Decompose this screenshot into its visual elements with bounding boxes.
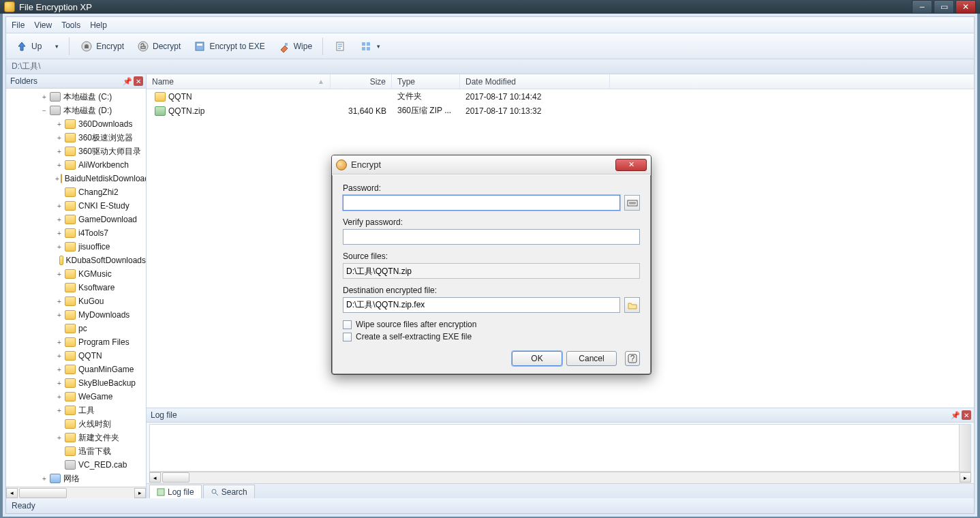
up-button[interactable]: Up (10, 36, 46, 57)
tree-item[interactable]: +KuGou (6, 294, 146, 308)
tree-item[interactable]: +MyDownloads (6, 308, 146, 322)
encrypt-exe-button[interactable]: Encrypt to EXE (188, 36, 269, 57)
expand-icon[interactable]: + (55, 407, 63, 414)
tree-item[interactable]: +jisuoffice (6, 240, 146, 254)
tree-item[interactable]: +本地磁盘 (C:) (6, 90, 146, 104)
tree-item[interactable]: +KGMusic (6, 267, 146, 281)
expand-icon[interactable]: + (40, 93, 48, 101)
tree-item[interactable]: pc (6, 322, 146, 335)
menu-tools[interactable]: Tools (61, 20, 80, 30)
expand-icon[interactable]: + (55, 175, 59, 183)
expand-icon[interactable]: + (55, 121, 63, 128)
tree-item[interactable]: ChangZhi2 (6, 185, 146, 199)
up-dropdown[interactable]: ▾ (49, 40, 63, 53)
menu-file[interactable]: File (12, 20, 25, 30)
scroll-right-button[interactable]: ▸ (960, 472, 971, 483)
tree-item[interactable]: 火线时刻 (6, 417, 146, 431)
pin-icon[interactable]: 📌 (951, 411, 960, 420)
help-button[interactable]: ? (625, 351, 640, 366)
expand-icon[interactable]: + (55, 134, 63, 142)
exe-checkbox[interactable] (343, 333, 352, 341)
folder-tree[interactable]: +本地磁盘 (C:)−本地磁盘 (D:)+360Downloads+360极速浏… (6, 89, 146, 487)
expand-icon[interactable]: + (55, 434, 63, 442)
browse-button[interactable] (624, 297, 640, 313)
maximize-button[interactable]: ▭ (934, 0, 954, 14)
expand-icon[interactable]: + (55, 366, 63, 374)
dialog-titlebar[interactable]: Encrypt ✕ (332, 155, 651, 174)
tree-item[interactable]: KDubaSoftDownloads (6, 254, 146, 267)
tree-item[interactable]: +新建文件夹 (6, 431, 146, 444)
tree-item[interactable]: Ksoftware (6, 281, 146, 294)
scroll-right-button[interactable]: ▸ (134, 488, 146, 498)
wipe-button[interactable]: Wipe (273, 36, 317, 57)
expand-icon[interactable]: + (55, 148, 63, 155)
pin-icon[interactable]: 📌 (123, 77, 132, 86)
col-date[interactable]: Date Modified (460, 74, 610, 89)
log-vscroll[interactable] (959, 425, 970, 471)
tree-item[interactable]: VC_RED.cab (6, 458, 146, 472)
tree-item[interactable]: +工具 (6, 403, 146, 417)
minimize-button[interactable]: – (912, 0, 932, 14)
expand-icon[interactable]: + (40, 475, 48, 483)
tree-item[interactable]: +网络 (6, 472, 146, 485)
tree-item[interactable]: +360Downloads (6, 117, 146, 131)
tree-item[interactable]: +BaiduNetdiskDownload (6, 172, 146, 185)
expand-icon[interactable]: − (40, 107, 48, 115)
col-size[interactable]: Size (331, 74, 392, 89)
tab-search[interactable]: Search (203, 485, 255, 498)
file-row[interactable]: QQTN.zip31,640 KB360压缩 ZIP ...2017-08-17… (147, 104, 974, 118)
expand-icon[interactable]: + (55, 271, 63, 278)
col-name[interactable]: Name▲ (147, 74, 331, 89)
view-button[interactable]: ▾ (354, 36, 385, 57)
tab-log-file[interactable]: Log file (149, 485, 202, 498)
tree-item[interactable]: +WeGame (6, 390, 146, 403)
col-type[interactable]: Type (392, 74, 460, 89)
sidebar-scrollbar[interactable]: ◂ ▸ (6, 487, 146, 498)
tree-item[interactable]: +CNKI E-Study (6, 199, 146, 213)
close-button[interactable]: ✕ (955, 0, 976, 14)
tree-item[interactable]: +SkyBlueBackup (6, 376, 146, 390)
wipe-checkbox-row[interactable]: Wipe source files after encryption (343, 320, 640, 329)
cancel-button[interactable]: Cancel (566, 351, 617, 366)
file-row[interactable]: QQTN文件夹2017-08-17 10:14:42 (147, 89, 974, 104)
exe-checkbox-row[interactable]: Create a self-extracting EXE file (343, 332, 640, 341)
tool1-button[interactable] (328, 36, 352, 57)
scroll-thumb[interactable] (162, 472, 189, 483)
tree-item[interactable]: +QuanMinGame (6, 363, 146, 376)
expand-icon[interactable]: + (55, 339, 63, 346)
log-hscroll[interactable]: ◂ ▸ (149, 472, 971, 483)
encrypt-button[interactable]: Encrypt (75, 36, 129, 57)
scroll-thumb[interactable] (19, 488, 67, 498)
close-log-button[interactable]: ✕ (962, 410, 971, 420)
tree-item[interactable]: +QQTN (6, 349, 146, 363)
tree-item[interactable]: 迅雷下载 (6, 444, 146, 458)
tree-item[interactable]: +360极速浏览器 (6, 131, 146, 144)
expand-icon[interactable]: + (55, 393, 63, 401)
tree-item[interactable]: −本地磁盘 (D:) (6, 104, 146, 117)
expand-icon[interactable]: + (55, 298, 63, 305)
keyboard-button[interactable] (624, 195, 640, 211)
wipe-checkbox[interactable] (343, 320, 352, 329)
expand-icon[interactable]: + (55, 216, 63, 224)
menu-help[interactable]: Help (90, 20, 107, 30)
tree-item[interactable]: +GameDownload (6, 213, 146, 226)
scroll-left-button[interactable]: ◂ (149, 472, 161, 483)
tree-item[interactable]: +i4Tools7 (6, 226, 146, 240)
close-panel-button[interactable]: ✕ (134, 76, 143, 86)
menu-view[interactable]: View (34, 20, 52, 30)
expand-icon[interactable]: + (55, 202, 63, 210)
expand-icon[interactable]: + (55, 230, 63, 237)
verify-password-input[interactable] (343, 229, 640, 245)
tree-item[interactable]: +AliWorkbench (6, 158, 146, 172)
titlebar[interactable]: File Encryption XP – ▭ ✕ (0, 0, 980, 14)
dialog-close-button[interactable]: ✕ (615, 159, 647, 171)
expand-icon[interactable]: + (55, 352, 63, 360)
expand-icon[interactable]: + (55, 311, 63, 319)
tree-item[interactable]: +Program Files (6, 335, 146, 349)
decrypt-button[interactable]: Decrypt (132, 36, 185, 57)
expand-icon[interactable]: + (55, 380, 63, 387)
destination-input[interactable] (343, 297, 620, 313)
password-input[interactable] (343, 195, 620, 211)
ok-button[interactable]: OK (512, 351, 562, 366)
scroll-left-button[interactable]: ◂ (6, 488, 18, 498)
